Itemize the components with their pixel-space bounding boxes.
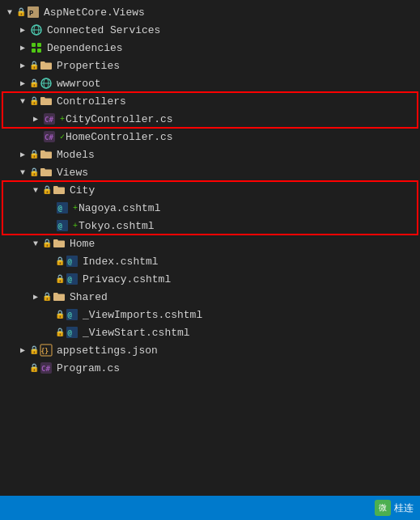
- tree-item-nagoya[interactable]: @ + Nagoya.cshtml: [0, 199, 420, 217]
- svg-text:P: P: [29, 10, 34, 18]
- item-label-homecontroller: HomeController.cs: [66, 131, 414, 143]
- arrow-shared[interactable]: [29, 292, 42, 302]
- icon-razor: @: [65, 272, 79, 286]
- arrow-root[interactable]: [3, 8, 16, 17]
- lock-icon: 🔒: [42, 239, 52, 248]
- svg-text:C#: C#: [45, 133, 53, 142]
- tree-item-wwwroot[interactable]: 🔒 wwwroot: [0, 74, 420, 92]
- tree-item-viewstart[interactable]: 🔒 @ _ViewStart.cshtml: [0, 323, 420, 341]
- tree-item-citycontroller[interactable]: C# + CityController.cs: [0, 110, 420, 128]
- icon-json: {}: [39, 343, 53, 357]
- svg-text:@: @: [68, 311, 73, 319]
- icon-globe: [39, 76, 53, 91]
- item-label-properties: Properties: [57, 60, 414, 72]
- tree-item-dependencies[interactable]: Dependencies: [0, 39, 420, 57]
- svg-text:@: @: [68, 329, 73, 337]
- plus-icon: +: [73, 222, 78, 230]
- icon-folder: [39, 147, 53, 162]
- tree-item-home[interactable]: 🔒 Home: [0, 235, 420, 252]
- solution-explorer: 🔒 P AspNetCore.Views Connected Services …: [0, 0, 420, 380]
- icon-folder: [39, 94, 53, 108]
- icon-folder: [52, 236, 66, 251]
- icon-razor: @: [55, 201, 70, 215]
- arrow-city[interactable]: [29, 186, 42, 195]
- icon-razor: @: [65, 254, 79, 268]
- tree-item-views[interactable]: 🔒 Views: [0, 163, 420, 181]
- icon-project: P: [26, 5, 40, 19]
- tree-item-privacy[interactable]: 🔒 @ Privacy.cshtml: [0, 270, 420, 288]
- arrow-appsettings[interactable]: [16, 345, 29, 355]
- icon-folder: [39, 58, 53, 73]
- lock-icon: 🔒: [42, 185, 52, 195]
- svg-text:{}: {}: [41, 348, 49, 355]
- tree-item-city[interactable]: 🔒 City: [0, 181, 420, 199]
- arrow-controllers[interactable]: [16, 97, 29, 106]
- item-label-controllers: Controllers: [57, 95, 414, 108]
- lock-icon: 🔒: [29, 345, 39, 355]
- item-label-root: AspNetCore.Views: [44, 6, 414, 19]
- icon-dependencies: [29, 40, 44, 55]
- item-label-wwwroot: wwwroot: [57, 78, 414, 90]
- svg-text:@: @: [68, 258, 73, 266]
- tree-item-viewimports[interactable]: 🔒 @ _ViewImports.cshtml: [0, 306, 420, 323]
- item-label-nagoya: Nagoya.cshtml: [78, 202, 414, 214]
- tree-item-connected-services[interactable]: Connected Services: [0, 21, 420, 39]
- svg-rect-6: [37, 43, 41, 47]
- arrow-wwwroot[interactable]: [16, 78, 29, 88]
- item-label-city: City: [70, 184, 414, 197]
- lock-icon: 🔒: [29, 363, 39, 373]
- icon-csharp: C#: [42, 129, 57, 144]
- lock-icon: 🔒: [55, 310, 65, 319]
- icon-folder: [52, 290, 66, 304]
- tree-item-models[interactable]: 🔒 Models: [0, 146, 420, 163]
- tree-item-appsettings[interactable]: 🔒 {} appsettings.json: [0, 341, 420, 359]
- plus-icon: +: [60, 115, 65, 124]
- tree-item-controllers[interactable]: 🔒 Controllers: [0, 92, 420, 110]
- item-label-models: Models: [57, 149, 414, 161]
- item-label-home: Home: [70, 238, 414, 250]
- check-icon: ✓: [60, 132, 65, 142]
- icon-globe: [29, 23, 44, 37]
- lock-icon: 🔒: [29, 167, 39, 177]
- svg-text:@: @: [58, 205, 63, 213]
- tree-item-root[interactable]: 🔒 P AspNetCore.Views: [0, 3, 420, 21]
- tree-item-index[interactable]: 🔒 @ Index.cshtml: [0, 252, 420, 270]
- lock-icon: 🔒: [29, 150, 39, 159]
- arrow-citycontroller[interactable]: [29, 114, 42, 124]
- item-label-viewstart: _ViewStart.cshtml: [83, 327, 414, 339]
- arrow-home[interactable]: [29, 239, 42, 248]
- arrow-views[interactable]: [16, 168, 29, 177]
- wechat-icon: 微: [375, 500, 391, 516]
- lock-icon: 🔒: [16, 7, 26, 17]
- arrow-dependencies[interactable]: [16, 43, 29, 53]
- arrow-properties[interactable]: [16, 61, 29, 70]
- tree-item-homecontroller[interactable]: C# ✓ HomeController.cs: [0, 128, 420, 146]
- lock-icon: 🔒: [42, 292, 52, 302]
- status-bar: 微 桂连: [0, 496, 420, 520]
- svg-text:@: @: [68, 276, 73, 284]
- icon-csharp: C#: [42, 112, 57, 126]
- wechat-label: 桂连: [394, 501, 414, 515]
- icon-folder: [39, 165, 53, 180]
- item-label-shared: Shared: [70, 291, 414, 303]
- lock-icon: 🔒: [29, 96, 39, 106]
- svg-rect-8: [37, 49, 41, 53]
- svg-rect-7: [32, 49, 36, 53]
- lock-icon: 🔒: [29, 61, 39, 70]
- lock-icon: 🔒: [55, 328, 65, 337]
- arrow-models[interactable]: [16, 150, 29, 159]
- lock-icon: 🔒: [55, 256, 65, 266]
- tree-item-shared[interactable]: 🔒 Shared: [0, 288, 420, 306]
- tree-item-tokyo[interactable]: @ + Tokyo.cshtml: [0, 217, 420, 235]
- item-label-connected-services: Connected Services: [47, 24, 414, 36]
- icon-folder: [52, 183, 66, 197]
- item-label-tokyo: Tokyo.cshtml: [78, 220, 414, 232]
- item-label-citycontroller: CityController.cs: [66, 113, 414, 125]
- arrow-connected-services[interactable]: [16, 25, 29, 35]
- icon-razor: @: [55, 218, 70, 233]
- lock-icon: 🔒: [29, 78, 39, 88]
- tree-item-properties[interactable]: 🔒 Properties: [0, 57, 420, 74]
- svg-text:@: @: [58, 222, 63, 230]
- tree-item-program[interactable]: 🔒 C# Program.cs: [0, 359, 420, 377]
- item-label-privacy: Privacy.cshtml: [83, 273, 414, 285]
